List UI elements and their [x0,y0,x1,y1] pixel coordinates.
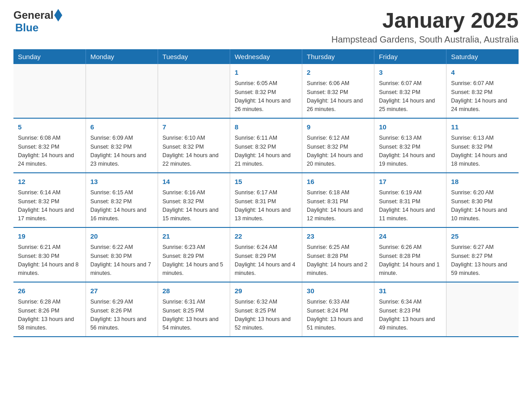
day-number: 17 [379,177,442,187]
day-of-week-header: Monday [86,49,158,64]
calendar-header-row: SundayMondayTuesdayWednesdayThursdayFrid… [13,49,519,64]
day-number: 5 [18,122,81,133]
day-info: Sunrise: 6:26 AM Sunset: 8:28 PM Dayligh… [379,243,442,278]
calendar-cell: 28Sunrise: 6:31 AM Sunset: 8:25 PM Dayli… [158,282,230,337]
day-number: 11 [451,122,514,133]
calendar-cell: 31Sunrise: 6:34 AM Sunset: 8:23 PM Dayli… [374,282,446,337]
day-number: 3 [379,68,442,78]
day-info: Sunrise: 6:08 AM Sunset: 8:32 PM Dayligh… [18,134,81,169]
day-number: 29 [235,286,297,296]
day-number: 4 [451,68,514,78]
calendar-cell [446,282,519,337]
calendar-cell: 12Sunrise: 6:14 AM Sunset: 8:32 PM Dayli… [13,173,86,227]
day-info: Sunrise: 6:15 AM Sunset: 8:32 PM Dayligh… [90,188,153,223]
day-number: 12 [18,177,81,187]
day-number: 2 [307,68,369,78]
calendar-cell: 9Sunrise: 6:12 AM Sunset: 8:32 PM Daylig… [302,118,374,173]
calendar-cell: 25Sunrise: 6:27 AM Sunset: 8:27 PM Dayli… [446,227,519,282]
day-number: 22 [235,231,297,242]
calendar-table: SundayMondayTuesdayWednesdayThursdayFrid… [13,49,519,337]
calendar-cell: 4Sunrise: 6:07 AM Sunset: 8:32 PM Daylig… [446,64,519,118]
day-number: 28 [163,286,225,296]
calendar-cell: 13Sunrise: 6:15 AM Sunset: 8:32 PM Dayli… [86,173,158,227]
calendar-week-row: 26Sunrise: 6:28 AM Sunset: 8:26 PM Dayli… [13,282,519,337]
day-of-week-header: Thursday [302,49,374,64]
day-info: Sunrise: 6:33 AM Sunset: 8:24 PM Dayligh… [307,298,369,333]
calendar-subtitle: Hampstead Gardens, South Australia, Aust… [331,34,519,45]
calendar-cell: 19Sunrise: 6:21 AM Sunset: 8:30 PM Dayli… [13,227,86,282]
calendar-cell: 18Sunrise: 6:20 AM Sunset: 8:30 PM Dayli… [446,173,519,227]
day-info: Sunrise: 6:21 AM Sunset: 8:30 PM Dayligh… [18,243,81,278]
day-number: 26 [18,286,81,296]
logo-general-text: General [13,10,53,21]
logo-blue-text: Blue [13,22,62,33]
day-number: 27 [90,286,153,296]
calendar-week-row: 5Sunrise: 6:08 AM Sunset: 8:32 PM Daylig… [13,118,519,173]
calendar-title: January 2025 [331,9,519,33]
day-number: 21 [163,231,225,242]
day-of-week-header: Sunday [13,49,86,64]
day-number: 14 [163,177,225,187]
calendar-cell: 20Sunrise: 6:22 AM Sunset: 8:30 PM Dayli… [86,227,158,282]
day-info: Sunrise: 6:27 AM Sunset: 8:27 PM Dayligh… [451,243,514,278]
calendar-cell: 1Sunrise: 6:05 AM Sunset: 8:32 PM Daylig… [230,64,302,118]
header: General Blue January 2025 Hampstead Gard… [13,9,519,45]
day-info: Sunrise: 6:12 AM Sunset: 8:32 PM Dayligh… [307,134,369,169]
day-number: 24 [379,231,442,242]
calendar-cell: 24Sunrise: 6:26 AM Sunset: 8:28 PM Dayli… [374,227,446,282]
logo: General Blue [13,9,62,33]
day-info: Sunrise: 6:16 AM Sunset: 8:32 PM Dayligh… [163,188,225,223]
day-number: 31 [379,286,442,296]
day-info: Sunrise: 6:22 AM Sunset: 8:30 PM Dayligh… [90,243,153,278]
day-info: Sunrise: 6:06 AM Sunset: 8:32 PM Dayligh… [307,79,369,114]
day-of-week-header: Friday [374,49,446,64]
calendar-cell [13,64,86,118]
calendar-cell: 14Sunrise: 6:16 AM Sunset: 8:32 PM Dayli… [158,173,230,227]
day-number: 7 [163,122,225,133]
calendar-cell: 15Sunrise: 6:17 AM Sunset: 8:31 PM Dayli… [230,173,302,227]
calendar-cell: 27Sunrise: 6:29 AM Sunset: 8:26 PM Dayli… [86,282,158,337]
calendar-cell: 16Sunrise: 6:18 AM Sunset: 8:31 PM Dayli… [302,173,374,227]
calendar-cell: 10Sunrise: 6:13 AM Sunset: 8:32 PM Dayli… [374,118,446,173]
calendar-cell: 30Sunrise: 6:33 AM Sunset: 8:24 PM Dayli… [302,282,374,337]
day-info: Sunrise: 6:07 AM Sunset: 8:32 PM Dayligh… [379,79,442,114]
day-number: 10 [379,122,442,133]
day-of-week-header: Tuesday [158,49,230,64]
day-info: Sunrise: 6:14 AM Sunset: 8:32 PM Dayligh… [18,188,81,223]
calendar-cell: 8Sunrise: 6:11 AM Sunset: 8:32 PM Daylig… [230,118,302,173]
calendar-cell: 23Sunrise: 6:25 AM Sunset: 8:28 PM Dayli… [302,227,374,282]
day-number: 20 [90,231,153,242]
day-info: Sunrise: 6:32 AM Sunset: 8:25 PM Dayligh… [235,298,297,333]
calendar-cell: 26Sunrise: 6:28 AM Sunset: 8:26 PM Dayli… [13,282,86,337]
calendar-cell: 17Sunrise: 6:19 AM Sunset: 8:31 PM Dayli… [374,173,446,227]
day-info: Sunrise: 6:19 AM Sunset: 8:31 PM Dayligh… [379,188,442,223]
day-number: 13 [90,177,153,187]
day-of-week-header: Wednesday [230,49,302,64]
day-info: Sunrise: 6:18 AM Sunset: 8:31 PM Dayligh… [307,188,369,223]
calendar-cell: 29Sunrise: 6:32 AM Sunset: 8:25 PM Dayli… [230,282,302,337]
day-info: Sunrise: 6:28 AM Sunset: 8:26 PM Dayligh… [18,298,81,333]
calendar-cell: 11Sunrise: 6:13 AM Sunset: 8:32 PM Dayli… [446,118,519,173]
day-info: Sunrise: 6:31 AM Sunset: 8:25 PM Dayligh… [163,298,225,333]
logo-icon [54,9,62,21]
day-info: Sunrise: 6:13 AM Sunset: 8:32 PM Dayligh… [379,134,442,169]
calendar-week-row: 12Sunrise: 6:14 AM Sunset: 8:32 PM Dayli… [13,173,519,227]
day-info: Sunrise: 6:13 AM Sunset: 8:32 PM Dayligh… [451,134,514,169]
calendar-cell: 5Sunrise: 6:08 AM Sunset: 8:32 PM Daylig… [13,118,86,173]
day-info: Sunrise: 6:10 AM Sunset: 8:32 PM Dayligh… [163,134,225,169]
day-info: Sunrise: 6:23 AM Sunset: 8:29 PM Dayligh… [163,243,225,278]
day-info: Sunrise: 6:17 AM Sunset: 8:31 PM Dayligh… [235,188,297,223]
day-info: Sunrise: 6:34 AM Sunset: 8:23 PM Dayligh… [379,298,442,333]
day-number: 19 [18,231,81,242]
day-info: Sunrise: 6:25 AM Sunset: 8:28 PM Dayligh… [307,243,369,278]
calendar-cell [158,64,230,118]
day-info: Sunrise: 6:20 AM Sunset: 8:30 PM Dayligh… [451,188,514,223]
day-number: 30 [307,286,369,296]
day-info: Sunrise: 6:09 AM Sunset: 8:32 PM Dayligh… [90,134,153,169]
day-number: 18 [451,177,514,187]
day-info: Sunrise: 6:05 AM Sunset: 8:32 PM Dayligh… [235,79,297,114]
day-number: 25 [451,231,514,242]
calendar-week-row: 19Sunrise: 6:21 AM Sunset: 8:30 PM Dayli… [13,227,519,282]
calendar-cell [86,64,158,118]
day-info: Sunrise: 6:11 AM Sunset: 8:32 PM Dayligh… [235,134,297,169]
